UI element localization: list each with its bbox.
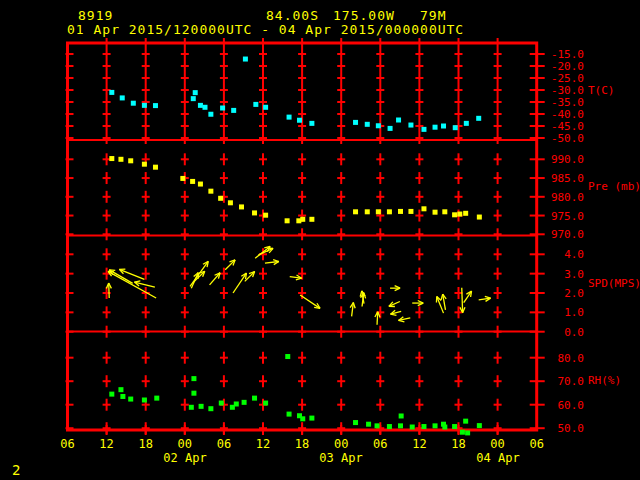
ytick-label: 50.0 [558, 422, 585, 435]
data-point [142, 162, 147, 167]
hour-label: 06 [60, 437, 74, 451]
data-point [109, 90, 114, 95]
ytick-label: 990.0 [551, 153, 584, 166]
data-point [465, 430, 470, 435]
data-point [376, 209, 381, 214]
data-point [460, 430, 465, 435]
wind-arrow-shaft [300, 295, 320, 308]
data-point [441, 124, 446, 129]
data-point [218, 196, 223, 201]
data-point [239, 204, 244, 209]
wind-arrow [300, 295, 320, 308]
data-point [191, 96, 196, 101]
data-point [408, 209, 413, 214]
data-point [190, 179, 195, 184]
data-point [220, 106, 225, 111]
ytick-label: 60.0 [558, 399, 585, 412]
data-point [309, 121, 314, 126]
page-number: 2 [12, 463, 20, 477]
data-point [208, 406, 213, 411]
wind-arrow [350, 303, 355, 317]
data-point [387, 424, 392, 429]
wind-arrow [464, 291, 472, 303]
data-point [433, 423, 438, 428]
temperature-unit-label: T(C) [588, 85, 615, 96]
hour-label: 00 [490, 437, 504, 451]
wind-arrow-head [296, 278, 302, 280]
hour-label: 12 [256, 437, 270, 451]
data-point [193, 90, 198, 95]
data-point [228, 200, 233, 205]
wind-arrow-head [246, 273, 247, 279]
data-point [120, 95, 125, 100]
data-point [353, 120, 358, 125]
data-point [253, 102, 258, 107]
wind-arrow-head [314, 307, 320, 308]
date-label-03apr: 03 Apr [301, 452, 381, 464]
data-point [208, 189, 213, 194]
wind-arrow-shaft [108, 271, 156, 298]
hour-label: 18 [138, 437, 152, 451]
data-point [153, 165, 158, 170]
wind-arrow [436, 296, 443, 313]
hour-label: 06 [373, 437, 387, 451]
data-point [353, 209, 358, 214]
wind-arrow [390, 286, 400, 291]
wind-arrow [399, 317, 411, 322]
data-point [300, 217, 305, 222]
data-point [128, 158, 133, 163]
data-point [477, 423, 482, 428]
data-point [131, 101, 136, 106]
ytick-label: 0.0 [564, 326, 584, 339]
hour-label: 06 [217, 437, 231, 451]
data-point [287, 115, 292, 120]
hour-label: 12 [99, 437, 113, 451]
wind-arrow-shaft [462, 288, 463, 313]
data-point [433, 125, 438, 130]
wind-arrow [479, 296, 491, 301]
wind-arrow-shaft [233, 273, 246, 293]
data-point [300, 416, 305, 421]
data-point [263, 105, 268, 110]
data-point [142, 103, 147, 108]
data-point [252, 396, 257, 401]
data-point [421, 206, 426, 211]
data-point [388, 126, 393, 131]
hour-label: 06 [529, 437, 543, 451]
hour-label: 00 [178, 437, 192, 451]
wind-arrow [134, 281, 154, 287]
data-point [287, 412, 292, 417]
date-label-02apr: 02 Apr [145, 452, 225, 464]
wind-arrow [193, 271, 205, 282]
data-point [433, 210, 438, 215]
ytick-label: 985.0 [551, 172, 584, 185]
data-point [263, 213, 268, 218]
data-point [410, 425, 415, 430]
wind-arrow-head [441, 294, 443, 300]
rh-unit-label: RH(%) [588, 375, 621, 386]
data-point [365, 122, 370, 127]
data-point [208, 112, 213, 117]
data-point [353, 420, 358, 425]
wind-arrow [412, 301, 423, 306]
data-point [463, 211, 468, 216]
data-point [142, 398, 147, 403]
data-point [128, 397, 133, 402]
hour-label: 18 [295, 437, 309, 451]
data-point [203, 105, 208, 110]
wind-arrow-head [273, 260, 279, 262]
data-point [242, 400, 247, 405]
wind-arrow [210, 273, 220, 285]
data-point [297, 118, 302, 123]
ytick-label: 1.0 [564, 306, 584, 319]
ytick-label: 4.0 [564, 248, 584, 261]
wind-arrow [233, 273, 246, 293]
ytick-label: -50.0 [551, 132, 584, 145]
data-point [442, 209, 447, 214]
data-point [243, 57, 248, 62]
data-point [376, 123, 381, 128]
wind-speed-unit-label: SPD(MPS) [588, 278, 640, 289]
pressure-unit-label: Pre (mb) [588, 181, 640, 192]
hour-label: 18 [451, 437, 465, 451]
ytick-label: 80.0 [558, 352, 585, 365]
